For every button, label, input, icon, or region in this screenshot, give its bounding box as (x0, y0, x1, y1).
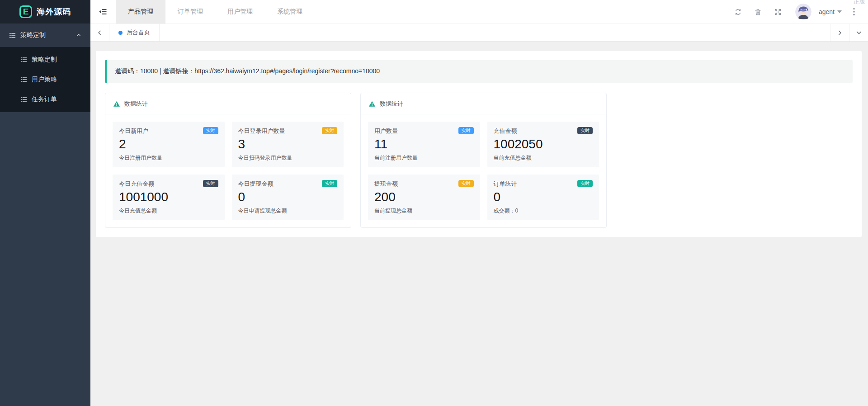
stat-tile-recharge-today: 今日充值金额 实时 1001000 今日充值总金额 (113, 175, 225, 220)
stat-tile-withdraw-today: 今日提现金额 实时 0 今日申请提现总金额 (232, 175, 344, 220)
stat-tile-withdraw-total: 提现金额 实时 200 当前提现总金额 (368, 175, 480, 220)
tags-scroll-left-button[interactable] (90, 24, 109, 41)
chevron-down-icon (856, 29, 862, 36)
nav-tab-products[interactable]: 产品管理 (116, 0, 165, 24)
stat-value: 0 (494, 189, 593, 205)
sidebar-item-user-strategy[interactable]: 用户策略 (0, 70, 90, 90)
sidebar-item-strategy-custom[interactable]: 策略定制 (0, 50, 90, 70)
content-wrapper: 邀请码：10000 | 邀请链接：https://362.haiwaiym12.… (96, 51, 862, 237)
list-icon (21, 57, 27, 63)
more-options-button[interactable] (847, 4, 861, 20)
tab-label: 后台首页 (127, 28, 150, 37)
realtime-badge: 实时 (458, 127, 474, 134)
tags-spacer (160, 24, 830, 41)
header-main: 产品管理 订单管理 用户管理 系统管理 (90, 0, 868, 24)
stat-label: 今日充值金额 (119, 180, 154, 188)
stat-subtitle: 今日扫码登录用户数量 (238, 154, 338, 161)
logo-e-icon: E (19, 5, 32, 18)
panel-header: 数据统计 (361, 93, 606, 114)
invite-banner-text: 邀请码：10000 | 邀请链接：https://362.haiwaiym12.… (115, 67, 380, 75)
panel-body: 今日新用户 实时 2 今日注册用户数量 今日登录用户数量 实时 3 (105, 114, 351, 227)
list-icon (9, 32, 16, 39)
stat-subtitle: 今日申请提现总金额 (238, 207, 338, 214)
stat-label: 今日新用户 (119, 127, 148, 135)
sidebar: 策略定制 策略定制 (0, 24, 90, 406)
sidebar-group-strategy[interactable]: 策略定制 (0, 24, 90, 47)
sidebar-item-task-orders[interactable]: 任务订单 (0, 90, 90, 109)
stat-subtitle: 当前充值总金额 (494, 154, 593, 161)
stats-panels: 数据统计 今日新用户 实时 2 今日注册用户数量 (105, 93, 853, 228)
chevron-up-icon (76, 33, 81, 38)
realtime-badge: 实时 (458, 180, 474, 187)
nav-tab-orders[interactable]: 订单管理 (165, 0, 215, 24)
warning-triangle-icon (368, 100, 376, 108)
invite-banner: 邀请码：10000 | 邀请链接：https://362.haiwaiym12.… (105, 60, 853, 83)
app-logo[interactable]: E 海外源码 (0, 0, 90, 24)
stat-tile-user-count: 用户数量 实时 11 当前注册用户数量 (368, 122, 480, 167)
tab-dashboard-home[interactable]: 后台首页 (109, 24, 160, 41)
refresh-icon (734, 8, 742, 16)
stat-label: 充值金额 (494, 127, 517, 135)
nav-tab-system[interactable]: 系统管理 (265, 0, 315, 24)
stat-value: 3 (238, 136, 338, 152)
refresh-button[interactable] (730, 4, 746, 20)
top-header: E 海外源码 产品管理 订单管理 用户管理 系统管理 (0, 0, 868, 24)
realtime-badge: 实时 (322, 180, 337, 187)
stat-value: 0 (238, 189, 338, 205)
nav-tab-users[interactable]: 用户管理 (215, 0, 265, 24)
stat-value: 200 (374, 189, 474, 205)
realtime-badge: 实时 (577, 127, 593, 134)
chevron-right-icon (837, 30, 843, 36)
more-dots-icon (853, 8, 855, 16)
stat-subtitle: 今日注册用户数量 (119, 154, 218, 161)
top-nav-tabs: 产品管理 订单管理 用户管理 系统管理 (116, 0, 315, 24)
stat-tile-login-users-today: 今日登录用户数量 实时 3 今日扫码登录用户数量 (232, 122, 344, 167)
stat-value: 1002050 (494, 136, 593, 152)
panel-body: 用户数量 实时 11 当前注册用户数量 充值金额 实时 1002050 (361, 114, 606, 227)
user-avatar[interactable] (795, 4, 811, 20)
panel-header: 数据统计 (105, 93, 351, 114)
header-actions: agent (730, 0, 868, 24)
list-icon (21, 76, 27, 83)
sidebar-item-label: 策略定制 (32, 56, 57, 64)
stat-label: 用户数量 (374, 127, 398, 135)
fold-menu-icon (99, 7, 108, 16)
stat-value: 2 (119, 136, 218, 152)
main-content: 邀请码：10000 | 邀请链接：https://362.haiwaiym12.… (90, 42, 868, 406)
stat-tile-new-users-today: 今日新用户 实时 2 今日注册用户数量 (113, 122, 225, 167)
stat-subtitle: 今日充值总金额 (119, 207, 218, 214)
panel-title: 数据统计 (380, 100, 403, 108)
stat-tile-recharge-total: 充值金额 实时 1002050 当前充值总金额 (487, 122, 599, 167)
stat-value: 11 (374, 136, 474, 152)
chevron-left-icon (97, 30, 103, 36)
sidebar-submenu: 策略定制 用户策略 (0, 47, 90, 112)
stat-subtitle: 当前提现总金额 (374, 207, 474, 214)
stats-panel-today: 数据统计 今日新用户 实时 2 今日注册用户数量 (105, 93, 351, 228)
sidebar-item-label: 用户策略 (32, 76, 57, 84)
stat-label: 今日登录用户数量 (238, 127, 285, 135)
sidebar-group-label: 策略定制 (20, 31, 76, 39)
fullscreen-button[interactable] (770, 4, 786, 20)
tags-scroll-right-button[interactable] (830, 24, 849, 41)
stat-label: 今日提现金额 (238, 180, 274, 188)
header-spacer (315, 0, 730, 24)
fullscreen-icon (774, 8, 782, 16)
sidebar-item-label: 任务订单 (32, 95, 57, 104)
trash-button[interactable] (750, 4, 766, 20)
tags-menu-button[interactable] (849, 24, 868, 41)
sidebar-fold-button[interactable] (90, 0, 116, 24)
app-title: 海外源码 (37, 6, 71, 17)
stat-subtitle: 当前注册用户数量 (374, 154, 474, 161)
realtime-badge: 实时 (203, 180, 218, 187)
stat-label: 提现金额 (374, 180, 398, 188)
stat-value: 1001000 (119, 189, 218, 205)
user-menu[interactable]: agent (819, 8, 842, 15)
stat-label: 订单统计 (494, 180, 517, 188)
trash-icon (754, 8, 762, 16)
active-tab-dot (118, 31, 123, 35)
warning-triangle-icon (113, 100, 120, 108)
admin-dashboard: E 海外源码 产品管理 订单管理 用户管理 系统管理 (0, 0, 868, 406)
chevron-down-icon (837, 10, 842, 13)
realtime-badge: 实时 (322, 127, 337, 134)
realtime-badge: 实时 (577, 180, 593, 187)
